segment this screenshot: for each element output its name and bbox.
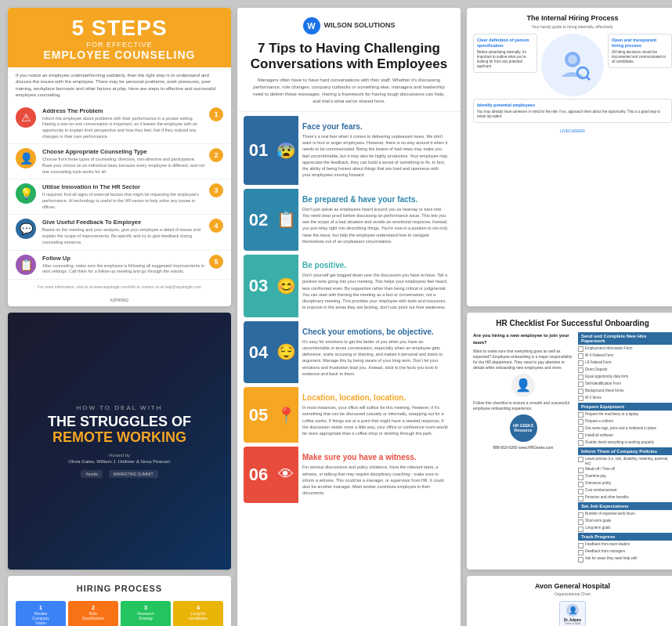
check-item: Ask for areas they need help with xyxy=(578,556,672,563)
check-item: Cost reimbursement xyxy=(578,488,672,494)
check-box xyxy=(578,512,583,518)
check-item: Leave policies (i.e. sick, disability, m… xyxy=(578,457,672,466)
check-label: Get name tags, pens and a notebook in pl… xyxy=(585,426,656,431)
hiring-row: 1ReviewCompanyVision2RoleSpecification3R… xyxy=(16,601,223,626)
check-item: Grievance policy xyxy=(578,481,672,487)
check-label: Self-identification Form xyxy=(585,382,621,386)
hiring-step-label: ResearchStrategy xyxy=(123,611,168,621)
check-item: Equal opportunity data form xyxy=(578,375,672,381)
check-box xyxy=(578,457,583,462)
check-item: Double check everything is working prope… xyxy=(578,440,672,447)
tip-desc: For serious discussions and policy viola… xyxy=(302,464,448,496)
hiring-process-title: HIRING PROCESS xyxy=(16,584,223,593)
step-title: Follow Up xyxy=(42,255,205,262)
step-icon: 📋 xyxy=(16,255,36,275)
check-item: W-4 Federal Form xyxy=(578,353,672,360)
tip-num-col: 01 xyxy=(244,116,273,185)
check-box xyxy=(578,433,583,439)
tip-block: 06 👁 Make sure you have a witness. For s… xyxy=(244,447,454,502)
step-item: 💡 Utilise Innovation In The HR Sector If… xyxy=(8,179,231,215)
step-number: 2 xyxy=(209,148,223,162)
internal-box-2-title: Open and transparent hiring process xyxy=(612,38,668,49)
tip-icon-area: 👁 xyxy=(273,447,298,502)
check-box xyxy=(578,367,583,373)
checklist-body: Want to make sure that everything goes a… xyxy=(473,349,573,371)
step-desc: If required, find all signs of external … xyxy=(42,192,205,210)
check-section: Inform Them of Company PoliciesLeave pol… xyxy=(578,447,672,501)
check-box xyxy=(578,346,583,352)
step-title: Address The Problem xyxy=(42,107,205,114)
check-section-title: Track Progress xyxy=(578,533,672,541)
check-label: W-2 forms xyxy=(585,396,602,400)
check-item: Meals off / Time off xyxy=(578,467,672,473)
step-content: Give Useful Feedback To Employee Based o… xyxy=(42,219,205,245)
internal-diagram: Clear definition of person specification… xyxy=(473,34,672,133)
internal-box-1-title: Clear definition of person specification xyxy=(477,38,533,49)
internal-title: The Internal Hiring Process xyxy=(473,14,672,22)
checklist-right: Send and Complete New Hire PaperworkEmpl… xyxy=(578,332,672,563)
check-item: W-2 forms xyxy=(578,396,672,402)
tip-num-val: 01 xyxy=(249,142,268,159)
check-label: Feedback from team leaders xyxy=(585,542,630,547)
check-label: Double check everything is working prope… xyxy=(585,440,654,445)
step-desc: Inform the employee about problems with … xyxy=(42,116,205,140)
internal-bottom-box: Identify potential employees You may alr… xyxy=(473,99,672,123)
check-box xyxy=(578,412,583,418)
step-content: Choose Appropriate Counseling Type Choos… xyxy=(42,148,205,175)
hr-geeks-contact: 888-918-0260 www.HRGeeks.com xyxy=(473,445,573,451)
check-item: Long-term goals xyxy=(578,526,672,532)
hiring-step: 4Long-listcandidates xyxy=(173,601,223,626)
tip-icon-area: 😌 xyxy=(273,321,298,384)
check-box xyxy=(578,375,583,380)
card-hiring-process: HIRING PROCESS 1ReviewCompanyVision2Role… xyxy=(8,576,231,626)
check-item: Get name tags, pens and a notebook in pl… xyxy=(578,426,672,432)
check-label: Overtime pay xyxy=(585,474,606,479)
step-item: 💬 Give Useful Feedback To Employee Based… xyxy=(8,215,231,250)
tip-num-val: 02 xyxy=(249,212,268,229)
hiring-step-label: RoleSpecification xyxy=(70,611,116,621)
check-label: Short-term goals xyxy=(585,519,611,523)
remote-title: THE STRUGGLES OF REMOTE WORKING xyxy=(48,414,191,446)
tip-num-val: 05 xyxy=(249,407,268,424)
steps-number: 5 STEPS xyxy=(71,16,167,40)
hiring-step: 2RoleSpecification xyxy=(68,601,118,626)
org-node: 👤 Dr. Adams Chief of Staff xyxy=(559,601,586,626)
internal-center-image xyxy=(541,34,604,96)
check-box xyxy=(578,419,583,425)
check-label: W-4 Federal Form xyxy=(585,353,613,358)
step-icon: 👤 xyxy=(16,148,36,168)
check-section-title: Prepare Equipment xyxy=(578,403,672,411)
check-box xyxy=(578,440,583,446)
check-label: Prepare the machinery or a laptop xyxy=(585,412,638,417)
steps-intro: If you notice an employee underperformin… xyxy=(8,67,231,103)
tip-num-col: 04 xyxy=(244,321,273,384)
hiring-rows: 1ReviewCompanyVision2RoleSpecification3R… xyxy=(16,601,223,626)
tip-content: Be prepared & have your facts. Don't jus… xyxy=(298,189,454,251)
tip-num-val: 06 xyxy=(249,466,268,483)
tips-logo-text: WILSON SOLUTIONS xyxy=(324,22,396,30)
tip-block: 01 😰 Face your fears. There's a real fea… xyxy=(244,116,454,185)
steps-counseling: EMPLOYEE COUNSELING xyxy=(17,49,222,61)
check-label: Ask for areas they need help with xyxy=(585,556,638,561)
steps-list: ⚠ Address The Problem Inform the employe… xyxy=(8,103,231,280)
tips-intro: Managers often have to have hard convers… xyxy=(249,77,449,105)
org-tree: 👤 Dr. Adams Chief of Staff 👤 Dr. Brown H… xyxy=(473,601,672,626)
hr-geeks-line2: Resource xyxy=(515,428,533,432)
step-number: 3 xyxy=(209,183,223,197)
check-label: Direct Deposit xyxy=(585,367,607,372)
tip-title: Be prepared & have your facts. xyxy=(302,195,448,204)
check-label: Feedback from managers xyxy=(585,549,625,554)
tip-block: 03 😊 Be positive. Don't yourself get bog… xyxy=(244,255,454,317)
hiring-step: 1ReviewCompanyVision xyxy=(16,601,66,626)
check-item: I-9 Federal Form xyxy=(578,360,672,367)
check-label: Cost reimbursement xyxy=(585,488,617,493)
checklist-avatar: 👤 xyxy=(511,374,535,397)
check-item: Employment Information Form xyxy=(578,346,672,353)
tip-content: Face your fears. There's a real fear whe… xyxy=(298,116,454,185)
check-label: Employment Information Form xyxy=(585,346,633,351)
check-label: I-9 Federal Form xyxy=(585,360,612,365)
internal-top-row: Clear definition of person specification… xyxy=(473,34,672,96)
check-item: Prepare the machinery or a laptop xyxy=(578,412,672,418)
check-item: Prepare a uniform xyxy=(578,419,672,425)
remote-logo-1: Amelia xyxy=(81,470,102,478)
